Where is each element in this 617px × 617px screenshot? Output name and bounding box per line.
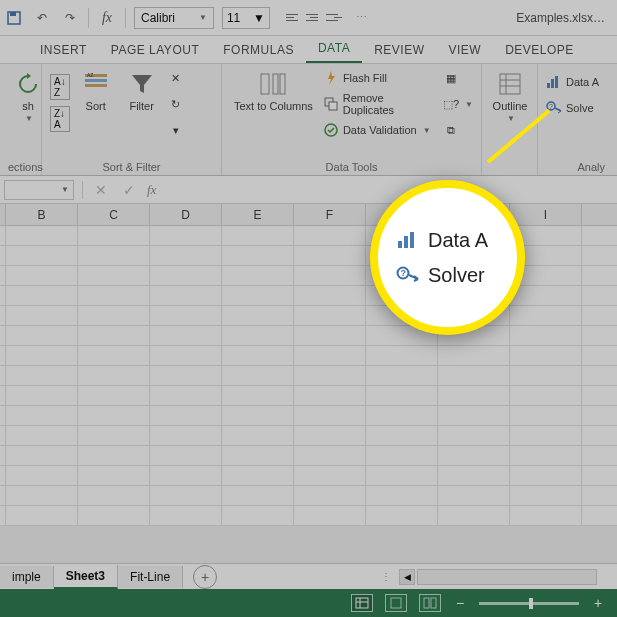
svg-rect-21	[356, 598, 368, 608]
svg-rect-25	[424, 598, 429, 608]
undo-icon[interactable]: ↶	[32, 8, 52, 28]
tab-insert[interactable]: INSERT	[28, 37, 99, 63]
data-analysis-button[interactable]: Data A	[546, 72, 599, 92]
tab-scroll-sep: ⋮	[381, 571, 391, 582]
enter-formula-icon[interactable]: ✓	[119, 182, 139, 198]
font-selector[interactable]: Calibri ▼	[134, 7, 214, 29]
solver-button[interactable]: ? Solve	[546, 98, 599, 118]
col-header[interactable]: B	[6, 204, 78, 225]
sheet-tabs: imple Sheet3 Fit-Line + ⋮ ◀	[0, 563, 617, 589]
align-right-icon[interactable]	[326, 10, 342, 26]
zoom-out-button[interactable]: −	[453, 595, 467, 611]
callout-data-analysis: Data A	[396, 229, 517, 252]
svg-rect-8	[280, 74, 285, 94]
save-icon[interactable]	[4, 8, 24, 28]
fx-icon[interactable]: fx	[97, 8, 117, 28]
font-size: 11	[227, 11, 240, 25]
flash-fill-icon	[323, 70, 339, 86]
svg-rect-4	[85, 84, 107, 87]
col-header[interactable]: E	[222, 204, 294, 225]
text-columns-icon	[259, 70, 287, 98]
tab-home[interactable]	[4, 51, 28, 63]
fx-icon[interactable]: fx	[147, 182, 156, 198]
tab-review[interactable]: REVIEW	[362, 37, 436, 63]
solver-icon: ?	[396, 265, 420, 285]
name-box[interactable]: ▼	[4, 180, 74, 200]
window-title: Examples.xlsx…	[516, 11, 605, 25]
col-header[interactable]: D	[150, 204, 222, 225]
col-header[interactable]: C	[78, 204, 150, 225]
align-left-icon[interactable]	[286, 10, 302, 26]
flash-fill-button[interactable]: Flash Fill	[323, 68, 437, 88]
remove-dup-icon	[323, 96, 339, 112]
tab-data[interactable]: DATA	[306, 35, 362, 63]
normal-view-button[interactable]	[351, 594, 373, 612]
data-validation-button[interactable]: Data Validation ▼	[323, 120, 437, 140]
svg-rect-6	[261, 74, 269, 94]
zoom-in-button[interactable]: +	[591, 595, 605, 611]
svg-rect-28	[404, 236, 408, 248]
col-header[interactable]: F	[294, 204, 366, 225]
clear-filter-button[interactable]: ✕	[168, 68, 184, 88]
sort-button[interactable]: AZ Sort	[76, 68, 116, 114]
relationships-button[interactable]: ⧉	[443, 120, 473, 140]
sort-az-icon[interactable]: A↓Z	[50, 74, 70, 100]
clear-icon: ✕	[168, 70, 184, 86]
svg-rect-27	[398, 241, 402, 248]
tab-view[interactable]: VIEW	[436, 37, 493, 63]
zoom-slider[interactable]	[479, 602, 579, 605]
sheet-tab-simple[interactable]: imple	[0, 566, 54, 588]
redo-icon[interactable]: ↷	[60, 8, 80, 28]
filter-icon	[128, 70, 156, 98]
reapply-icon: ↻	[168, 96, 184, 112]
consolidate-icon: ▦	[443, 70, 459, 86]
formula-bar: ▼ ✕ ✓ fx	[0, 176, 617, 204]
outline-button[interactable]: Outline ▼	[490, 68, 530, 125]
ribbon: sh ▼ ections A↓Z Z↓A AZ Sort Filter	[0, 64, 617, 176]
scroll-left-button[interactable]: ◀	[399, 569, 415, 585]
whatif-button[interactable]: ⬚?▼	[443, 94, 473, 114]
group-analysis-label: Analy	[546, 159, 609, 173]
sort-za-icon[interactable]: Z↓A	[50, 106, 70, 132]
svg-rect-26	[431, 598, 436, 608]
tab-page-layout[interactable]: PAGE LAYOUT	[99, 37, 211, 63]
hscrollbar[interactable]	[417, 569, 597, 585]
sheet-tab-sheet3[interactable]: Sheet3	[54, 565, 118, 589]
svg-rect-18	[555, 76, 558, 88]
chevron-down-icon: ▼	[61, 185, 69, 194]
highlight-callout: Data A ? Solver	[370, 180, 525, 335]
group-sort-filter-label: Sort & Filter	[50, 159, 213, 173]
cancel-formula-icon[interactable]: ✕	[91, 182, 111, 198]
col-header[interactable]: I	[510, 204, 582, 225]
font-size-selector[interactable]: 11 ▼	[222, 7, 270, 29]
whatif-icon: ⬚?	[443, 96, 459, 112]
column-headers: B C D E F G H I	[0, 204, 617, 226]
more-icon[interactable]: ⋯	[356, 11, 367, 24]
chevron-down-icon: ▼	[423, 126, 431, 135]
filter-button[interactable]: Filter	[122, 68, 162, 114]
align-icons	[286, 10, 342, 26]
reapply-button[interactable]: ↻	[168, 94, 184, 114]
data-analysis-icon	[546, 74, 562, 90]
chevron-down-icon: ▼	[25, 114, 33, 123]
page-layout-view-button[interactable]	[385, 594, 407, 612]
add-sheet-button[interactable]: +	[193, 565, 217, 589]
svg-rect-3	[85, 79, 107, 82]
callout-solver: ? Solver	[396, 264, 517, 287]
chevron-down-icon: ▼	[253, 11, 265, 25]
text-to-columns-button[interactable]: Text to Columns	[230, 68, 317, 114]
sort-icon: AZ	[82, 70, 110, 98]
chevron-down-icon: ▼	[507, 114, 515, 123]
remove-duplicates-button[interactable]: Remove Duplicates	[323, 94, 437, 114]
svg-rect-24	[391, 598, 401, 608]
advanced-button[interactable]: ▾	[168, 120, 184, 140]
align-center-icon[interactable]	[306, 10, 322, 26]
consolidate-button[interactable]: ▦	[443, 68, 473, 88]
relationships-icon: ⧉	[443, 122, 459, 138]
tab-formulas[interactable]: FORMULAS	[211, 37, 306, 63]
page-break-view-button[interactable]	[419, 594, 441, 612]
sheet-tab-fitline[interactable]: Fit-Line	[118, 566, 183, 588]
tab-developer[interactable]: DEVELOPE	[493, 37, 586, 63]
svg-rect-12	[500, 74, 520, 94]
svg-rect-10	[329, 102, 337, 110]
